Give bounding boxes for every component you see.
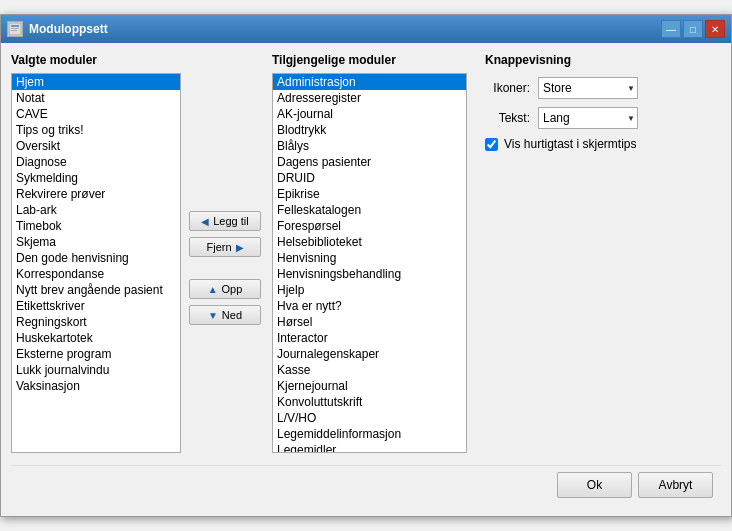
middle-buttons-panel: ◀ Legg til Fjern ▶ ▲ Opp ▼ Ned [189, 53, 264, 453]
minimize-button[interactable]: — [661, 20, 681, 38]
list-item[interactable]: Hjem [12, 74, 180, 90]
available-modules-panel: Tilgjengelige moduler AdministrasjonAdre… [272, 53, 467, 453]
list-item[interactable]: Huskekartotek [12, 330, 180, 346]
down-label: Ned [222, 309, 242, 321]
window-icon [7, 21, 23, 37]
available-modules-label: Tilgjengelige moduler [272, 53, 467, 67]
list-item[interactable]: Notat [12, 90, 180, 106]
cancel-button[interactable]: Avbryt [638, 472, 713, 498]
list-item[interactable]: CAVE [12, 106, 180, 122]
list-item[interactable]: Korrespondanse [12, 266, 180, 282]
list-item[interactable]: Kjernejournal [273, 378, 466, 394]
list-item[interactable]: Rekvirere prøver [12, 186, 180, 202]
text-dropdown-wrapper: Lang Kort [538, 107, 638, 129]
text-dropdown[interactable]: Lang Kort [538, 107, 638, 129]
list-item[interactable]: Lukk journalvindu [12, 362, 180, 378]
checkbox-row: Vis hurtigtast i skjermtips [485, 137, 721, 151]
list-item[interactable]: Diagnose [12, 154, 180, 170]
list-item[interactable]: Legemidler [273, 442, 466, 453]
list-item[interactable]: Sykmelding [12, 170, 180, 186]
list-item[interactable]: Kasse [273, 362, 466, 378]
button-display-panel: Knappevisning Ikoner: Store Små Tekst: [475, 53, 721, 453]
list-item[interactable]: Nytt brev angående pasient [12, 282, 180, 298]
list-item[interactable]: Blålys [273, 138, 466, 154]
maximize-button[interactable]: □ [683, 20, 703, 38]
list-item[interactable]: Blodtrykk [273, 122, 466, 138]
icons-dropdown[interactable]: Store Små [538, 77, 638, 99]
svg-rect-3 [11, 30, 17, 31]
list-item[interactable]: Henvisningsbehandling [273, 266, 466, 282]
selected-modules-panel: Valgte moduler HjemNotatCAVETips og trik… [11, 53, 181, 453]
list-item[interactable]: Vaksinasjon [12, 378, 180, 394]
remove-button[interactable]: Fjern ▶ [189, 237, 261, 257]
icons-row: Ikoner: Store Små [485, 77, 721, 99]
window-content: Valgte moduler HjemNotatCAVETips og trik… [1, 43, 731, 516]
text-label: Tekst: [485, 111, 530, 125]
list-item[interactable]: Helsebiblioteket [273, 234, 466, 250]
list-item[interactable]: Tips og triks! [12, 122, 180, 138]
list-item[interactable]: Dagens pasienter [273, 154, 466, 170]
add-label: Legg til [213, 215, 248, 227]
list-item[interactable]: Hjelp [273, 282, 466, 298]
up-icon: ▲ [208, 284, 218, 295]
list-item[interactable]: Skjema [12, 234, 180, 250]
list-item[interactable]: Oversikt [12, 138, 180, 154]
list-item[interactable]: Felleskatalogen [273, 202, 466, 218]
window-title: Moduloppsett [29, 22, 108, 36]
list-item[interactable]: Regningskort [12, 314, 180, 330]
list-item[interactable]: Journalegenskaper [273, 346, 466, 362]
up-label: Opp [222, 283, 243, 295]
available-modules-list[interactable]: AdministrasjonAdresseregisterAK-journalB… [272, 73, 467, 453]
list-item[interactable]: Hva er nytt? [273, 298, 466, 314]
list-item[interactable]: Forespørsel [273, 218, 466, 234]
list-item[interactable]: Etikettskriver [12, 298, 180, 314]
up-button[interactable]: ▲ Opp [189, 279, 261, 299]
close-button[interactable]: ✕ [705, 20, 725, 38]
list-item[interactable]: Den gode henvisning [12, 250, 180, 266]
list-item[interactable]: Timebok [12, 218, 180, 234]
button-display-title: Knappevisning [485, 53, 721, 67]
icons-dropdown-wrapper: Store Små [538, 77, 638, 99]
add-button[interactable]: ◀ Legg til [189, 211, 261, 231]
list-item[interactable]: Hørsel [273, 314, 466, 330]
down-icon: ▼ [208, 310, 218, 321]
shortcut-checkbox[interactable] [485, 138, 498, 151]
remove-icon: ▶ [236, 242, 244, 253]
main-window: Moduloppsett — □ ✕ Valgte moduler HjemNo… [0, 14, 732, 517]
selected-modules-list[interactable]: HjemNotatCAVETips og triks!OversiktDiagn… [11, 73, 181, 453]
svg-rect-1 [11, 25, 19, 27]
list-item[interactable]: Epikrise [273, 186, 466, 202]
list-item[interactable]: Lab-ark [12, 202, 180, 218]
list-item[interactable]: AK-journal [273, 106, 466, 122]
list-item[interactable]: Eksterne program [12, 346, 180, 362]
icons-label: Ikoner: [485, 81, 530, 95]
bottom-bar: Ok Avbryt [11, 465, 721, 506]
down-button[interactable]: ▼ Ned [189, 305, 261, 325]
selected-modules-label: Valgte moduler [11, 53, 181, 67]
list-item[interactable]: DRUID [273, 170, 466, 186]
shortcut-checkbox-label[interactable]: Vis hurtigtast i skjermtips [504, 137, 637, 151]
list-item[interactable]: Legemiddelinformasjon [273, 426, 466, 442]
title-bar: Moduloppsett — □ ✕ [1, 15, 731, 43]
add-icon: ◀ [201, 216, 209, 227]
list-item[interactable]: Adresseregister [273, 90, 466, 106]
main-area: Valgte moduler HjemNotatCAVETips og trik… [11, 53, 721, 453]
text-row: Tekst: Lang Kort [485, 107, 721, 129]
svg-rect-2 [11, 28, 19, 29]
list-item[interactable]: Administrasjon [273, 74, 466, 90]
list-item[interactable]: L/V/HO [273, 410, 466, 426]
remove-label: Fjern [206, 241, 231, 253]
list-item[interactable]: Interactor [273, 330, 466, 346]
ok-button[interactable]: Ok [557, 472, 632, 498]
list-item[interactable]: Konvoluttutskrift [273, 394, 466, 410]
list-item[interactable]: Henvisning [273, 250, 466, 266]
